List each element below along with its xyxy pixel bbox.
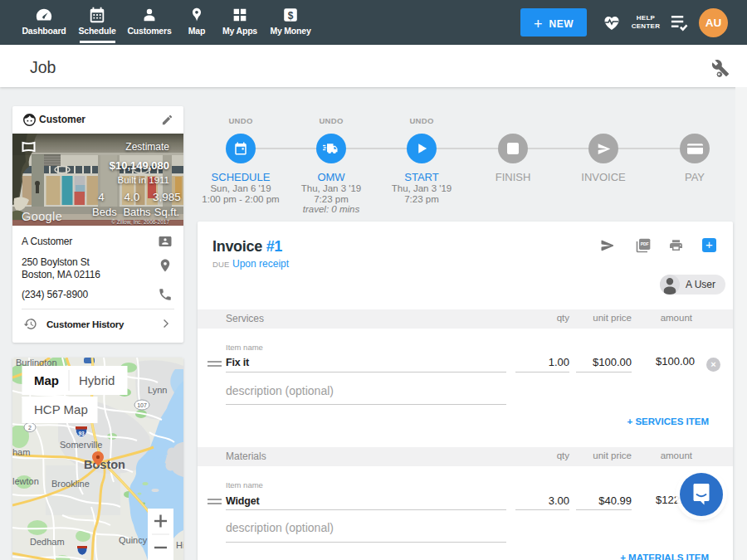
svg-text:ham: ham	[12, 447, 30, 457]
svg-text:Boston: Boston	[84, 458, 125, 471]
svg-text:Hi: Hi	[176, 540, 183, 550]
svg-text:$: $	[288, 10, 294, 22]
svg-text:93: 93	[78, 431, 85, 436]
svg-text:Dedham: Dedham	[30, 537, 65, 547]
svg-text:HCP Map: HCP Map	[34, 402, 88, 416]
svg-text:107: 107	[137, 402, 147, 408]
svg-text:lewton: lewton	[12, 476, 39, 486]
svg-text:Quincy: Quincy	[119, 535, 148, 545]
svg-text:Somerville: Somerville	[60, 440, 102, 450]
svg-text:Lynn: Lynn	[148, 385, 167, 395]
svg-text:Hybrid: Hybrid	[79, 373, 115, 387]
svg-text:Brookline: Brookline	[51, 479, 90, 489]
svg-text:2: 2	[28, 425, 32, 431]
svg-text:Map: Map	[34, 373, 59, 387]
svg-text:PDF: PDF	[641, 241, 649, 246]
